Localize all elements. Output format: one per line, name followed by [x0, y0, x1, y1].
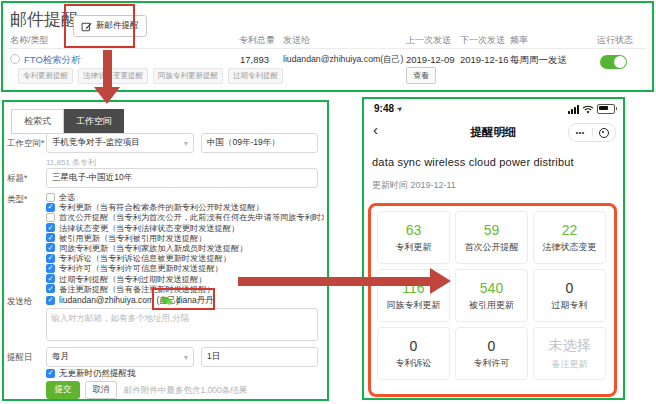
type-option-litigation[interactable]: 专利诉讼（当专利诉讼信息被更新时发送提醒）	[46, 253, 324, 263]
checkbox[interactable]	[46, 254, 55, 263]
send-to-cell: liudandan@zhihuiya.com(自己)	[283, 54, 403, 66]
cellular-signal-icon	[568, 105, 579, 114]
reminder-name-link[interactable]: FTO检索分析	[24, 54, 81, 65]
checkbox[interactable]	[46, 213, 55, 222]
checkbox[interactable]	[46, 223, 55, 232]
reminder-tags: 专利更新提醒 法律状态变更提醒 同族专利更新提醒 过期专利提醒	[18, 68, 283, 84]
stat-first-publication[interactable]: 59首次公开提醒	[455, 211, 528, 264]
tag-patent-update: 专利更新提醒	[18, 68, 73, 84]
tab-search-query[interactable]: 检索式	[11, 109, 64, 134]
checkbox[interactable]	[46, 274, 55, 283]
update-time: 更新时间 2019-12-11	[372, 179, 456, 192]
patent-count: 11,851 条专利	[46, 157, 96, 168]
location-arrow-icon: ➤	[395, 104, 405, 114]
checkbox[interactable]	[46, 243, 55, 252]
total-patents-cell: 17,893	[240, 54, 269, 65]
col-next-sent: 下一次发送	[460, 34, 505, 47]
status-circle-icon	[10, 54, 20, 64]
title-input-value: 三星电子-中国近10年	[52, 172, 132, 184]
stat-expired[interactable]: 0过期专利	[533, 269, 606, 322]
cancel-button[interactable]: 取消	[85, 381, 117, 399]
checkbox[interactable]	[46, 203, 55, 212]
type-option-patent-update[interactable]: 专利更新（当有符合检索条件的新专利公开时发送提醒）	[46, 202, 324, 212]
type-option-license[interactable]: 专利许可（当专利许可信息更新时发送提醒）	[46, 263, 324, 273]
checkbox[interactable]	[46, 369, 55, 378]
chevron-down-icon: ▾	[184, 353, 188, 362]
highlight-wechat-box	[152, 288, 215, 310]
header-divider	[7, 48, 646, 49]
more-menu-icon[interactable]: •••	[569, 129, 592, 136]
email-input[interactable]	[46, 308, 318, 341]
submit-button[interactable]: 提交	[46, 381, 80, 399]
highlight-new-button-box	[64, 4, 135, 48]
stats-grid: 63专利更新 59首次公开提醒 22法律状态变更 116同族专利更新 540被引…	[377, 211, 606, 380]
col-send-to: 发送给	[283, 34, 310, 47]
stat-litigation[interactable]: 0专利诉讼	[377, 327, 450, 380]
checkbox[interactable]	[46, 264, 55, 273]
col-last-sent: 上一次发送	[406, 34, 451, 47]
tag-legal-status: 法律状态变更提醒	[78, 68, 148, 84]
frequency-cell: 每周周一发送	[510, 54, 567, 67]
type-option-first-publication[interactable]: 首次公开提醒（当专利为首次公开，此前没有任何在先申请等同族专利时发送提醒）	[46, 212, 324, 222]
col-name-type: 名称/类型	[10, 34, 49, 47]
attachment-note: 邮件附件中最多包含1,000条结果	[124, 385, 247, 397]
type-option-select-all[interactable]: 全选	[46, 192, 324, 202]
workspace-select-value: 手机竞争对手-监控项目	[52, 137, 140, 149]
range-select-value: 中国（09年-19年）	[207, 137, 280, 149]
form-tabs: 检索式工作空间	[11, 109, 124, 134]
frequency-select[interactable]: 每月 ▾	[46, 347, 194, 367]
screenshot-canvas: 邮件提醒 新邮件提醒 名称/类型 专利总量 发送给 上一次发送 下一次发送 频率…	[0, 0, 656, 404]
tag-family-update: 同族专利更新提醒	[153, 68, 223, 84]
title-input[interactable]: 三星电子-中国近10年	[46, 168, 318, 188]
stat-note-update[interactable]: 未选择备注更新	[533, 327, 606, 380]
col-frequency: 频率	[510, 34, 528, 47]
toggle-knob	[614, 56, 626, 68]
checkbox[interactable]	[46, 284, 55, 293]
stat-patent-update[interactable]: 63专利更新	[377, 211, 450, 264]
chevron-down-icon: ▾	[184, 139, 188, 148]
workspace-select[interactable]: 手机竞争对手-监控项目 ▾	[46, 133, 194, 153]
status-bar-icons	[568, 104, 615, 114]
type-option-legal-status[interactable]: 法律状态变更（当专利法律状态变更时发送提醒）	[46, 223, 324, 233]
last-sent-cell: 2019-12-09	[406, 54, 455, 65]
day-select[interactable]: 1日	[201, 347, 318, 367]
col-total: 专利总量	[239, 34, 275, 47]
tab-workspace[interactable]: 工作空间	[64, 109, 124, 134]
down-arrow-shaft	[103, 50, 112, 88]
title-label: 标题*	[7, 173, 27, 185]
right-arrow-shaft	[238, 277, 431, 286]
type-label: 类型*	[7, 194, 27, 206]
day-select-value: 1日	[207, 351, 220, 363]
stat-legal-status[interactable]: 22法律状态变更	[533, 211, 606, 264]
checkbox[interactable]	[46, 233, 55, 242]
type-option-cited-update[interactable]: 被引用更新（当专利被引用时发送提醒）	[46, 233, 324, 243]
down-arrow-head	[94, 87, 120, 104]
send-to-label: 发送给	[7, 296, 33, 308]
reminder-headline: data sync wireless cloud power distribut	[372, 156, 620, 168]
workspace-label: 工作空间*	[7, 138, 44, 150]
right-arrow-head	[430, 268, 451, 294]
checkbox[interactable]	[46, 296, 55, 305]
col-run-status: 运行状态	[597, 34, 633, 47]
run-status-toggle[interactable]	[600, 55, 627, 69]
reminder-name-cell[interactable]: FTO检索分析	[10, 54, 81, 67]
miniprogram-capsule[interactable]: •••	[568, 123, 616, 142]
range-select[interactable]: 中国（09年-19年）	[201, 133, 318, 153]
wifi-icon	[582, 105, 594, 114]
stat-license[interactable]: 0专利许可	[455, 327, 528, 380]
battery-icon	[597, 104, 615, 114]
remind-day-label: 提醒日	[7, 352, 33, 364]
status-bar-time: 9:48 ➤	[374, 103, 403, 114]
tag-expired-patent: 过期专利提醒	[228, 68, 283, 84]
stat-cited-update[interactable]: 540被引用更新	[455, 269, 528, 322]
checkbox[interactable]	[46, 193, 55, 202]
type-option-family-update[interactable]: 同族专利更新（当专利家族加入新成员时发送提醒）	[46, 243, 324, 253]
view-button[interactable]: 查看	[406, 67, 436, 84]
next-sent-cell: 2019-12-16	[460, 54, 509, 65]
frequency-select-value: 每月	[52, 351, 69, 363]
reminder-form-panel: 检索式工作空间 工作空间* 手机竞争对手-监控项目 ▾ 中国（09年-19年） …	[2, 100, 329, 401]
close-target-icon[interactable]	[593, 128, 616, 138]
no-update-option[interactable]: 无更新时仍然提醒我	[46, 368, 136, 380]
